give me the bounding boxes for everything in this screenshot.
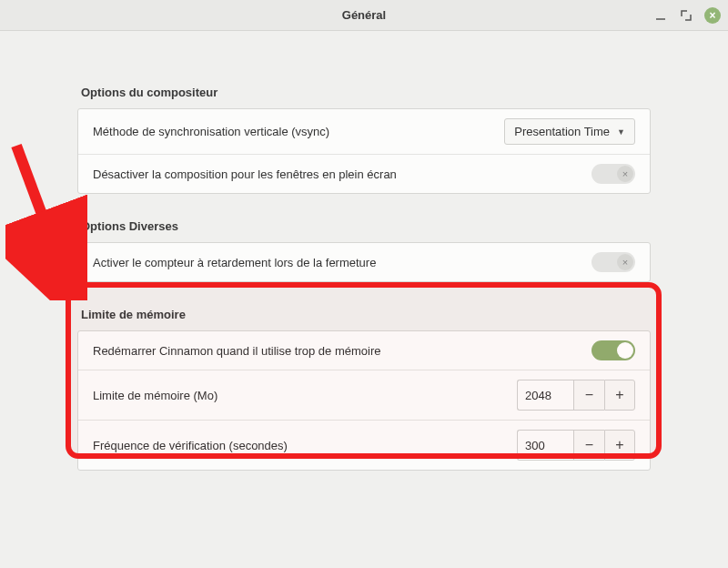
memory-freq-spinner: − +	[517, 430, 635, 461]
memory-section-title: Limite de mémoire	[81, 308, 651, 321]
chevron-down-icon: ▼	[617, 127, 625, 137]
fullscreen-disable-row: Désactiver la composition pour les fenêt…	[78, 154, 650, 193]
memory-limit-increment[interactable]: +	[604, 380, 635, 411]
memory-restart-row: Redémarrer Cinnamon quand il utilise tro…	[78, 331, 650, 370]
memory-freq-row: Fréquence de vérification (secondes) − +	[78, 420, 650, 470]
delay-counter-row: Activer le compteur à retardement lors d…	[78, 243, 650, 281]
memory-panel: Redémarrer Cinnamon quand il utilise tro…	[77, 330, 651, 471]
titlebar: Général ×	[0, 0, 728, 31]
vsync-row: Méthode de synchronisation verticale (vs…	[78, 109, 650, 154]
maximize-button[interactable]	[679, 8, 693, 23]
content-area: Options du compositeur Méthode de synchr…	[0, 31, 728, 471]
minimize-button[interactable]	[653, 8, 668, 23]
compositor-panel: Méthode de synchronisation verticale (vs…	[77, 108, 651, 194]
vsync-select-value: Presentation Time	[514, 125, 610, 138]
memory-freq-decrement[interactable]: −	[573, 430, 604, 461]
memory-limit-row: Limite de mémoire (Mo) − +	[78, 370, 650, 420]
delay-counter-toggle[interactable]	[592, 252, 635, 272]
memory-limit-label: Limite de mémoire (Mo)	[93, 389, 217, 402]
fullscreen-disable-label: Désactiver la composition pour les fenêt…	[93, 167, 397, 181]
fullscreen-disable-toggle[interactable]	[592, 164, 635, 184]
delay-counter-label: Activer le compteur à retardement lors d…	[93, 256, 376, 269]
misc-panel: Activer le compteur à retardement lors d…	[77, 242, 651, 282]
vsync-label: Méthode de synchronisation verticale (vs…	[93, 125, 329, 138]
memory-restart-toggle[interactable]	[592, 340, 635, 360]
memory-freq-increment[interactable]: +	[604, 430, 635, 461]
misc-section-title: Options Diverses	[81, 219, 651, 233]
memory-limit-decrement[interactable]: −	[573, 380, 604, 411]
memory-freq-input[interactable]	[517, 430, 573, 461]
window-title: Général	[342, 8, 386, 22]
memory-limit-input[interactable]	[517, 380, 573, 411]
memory-freq-label: Fréquence de vérification (secondes)	[93, 439, 288, 452]
vsync-select[interactable]: Presentation Time ▼	[504, 118, 635, 145]
close-button[interactable]: ×	[704, 7, 721, 24]
compositor-section-title: Options du compositeur	[81, 86, 651, 99]
window-controls: ×	[653, 0, 721, 30]
memory-limit-spinner: − +	[517, 380, 635, 411]
memory-restart-label: Redémarrer Cinnamon quand il utilise tro…	[93, 344, 380, 358]
